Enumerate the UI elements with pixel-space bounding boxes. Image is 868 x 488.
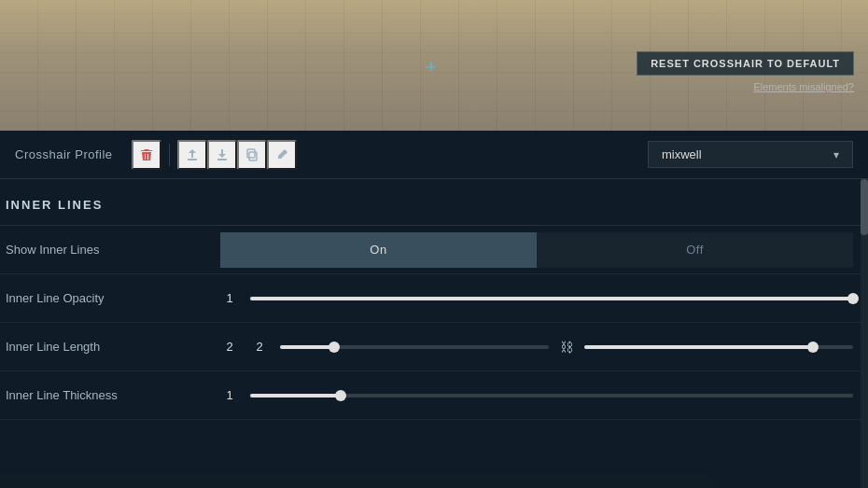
inner-line-length-label: Inner Line Length — [6, 340, 220, 354]
inner-line-thickness-controls: 1 — [220, 388, 853, 402]
elements-misaligned-link[interactable]: Elements misaligned? — [753, 81, 854, 92]
thickness-slider-fill — [250, 394, 341, 397]
profile-bar: Crosshair Profile — [0, 131, 868, 179]
toggle-group: On Off — [220, 232, 853, 268]
profile-bar-label: Crosshair Profile — [15, 147, 113, 161]
delete-profile-button[interactable] — [132, 140, 161, 170]
inner-line-thickness-row: Inner Line Thickness 1 — [0, 371, 861, 420]
chevron-down-icon: ▾ — [833, 148, 839, 161]
length-slider2-fill — [584, 345, 813, 349]
rename-profile-button[interactable] — [267, 140, 297, 170]
opacity-slider[interactable] — [250, 297, 853, 300]
profile-selector[interactable]: mixwell ▾ — [648, 141, 853, 168]
scrollbar[interactable] — [861, 179, 868, 488]
show-inner-lines-controls: On Off — [220, 232, 853, 268]
thickness-value: 1 — [220, 388, 239, 402]
opacity-slider-thumb[interactable] — [847, 293, 859, 304]
svg-rect-1 — [247, 149, 255, 158]
length-value2: 2 — [250, 340, 269, 354]
show-inner-lines-label: Show Inner Lines — [6, 243, 220, 257]
toolbar-divider — [169, 144, 170, 166]
length-slider-fill — [280, 345, 334, 349]
thickness-slider-thumb[interactable] — [335, 390, 346, 401]
profile-name: mixwell — [662, 147, 824, 161]
inner-lines-section-header: INNER LINES — [0, 198, 861, 226]
thickness-slider[interactable] — [250, 394, 853, 397]
toggle-on-button[interactable]: On — [220, 232, 537, 268]
opacity-value: 1 — [220, 291, 239, 305]
inner-line-opacity-row: Inner Line Opacity 1 — [0, 274, 861, 323]
show-inner-lines-row: Show Inner Lines On Off — [0, 226, 861, 274]
svg-rect-0 — [249, 152, 257, 160]
link-icon[interactable]: ⛓ — [560, 340, 573, 355]
top-right-controls: RESET CROSSHAIR TO DEFAULT Elements misa… — [637, 51, 854, 92]
inner-line-opacity-label: Inner Line Opacity — [6, 291, 220, 305]
download-profile-button[interactable] — [207, 140, 237, 170]
main-panel: Crosshair Profile — [0, 131, 868, 488]
length-slider-thumb[interactable] — [329, 342, 340, 353]
inner-line-thickness-label: Inner Line Thickness — [6, 388, 220, 402]
scroll-thumb[interactable] — [861, 179, 868, 235]
inner-line-opacity-controls: 1 — [220, 291, 853, 305]
upload-profile-button[interactable] — [177, 140, 207, 170]
length-slider[interactable] — [280, 345, 549, 349]
inner-line-length-row: Inner Line Length 2 2 ⛓ — [0, 323, 861, 371]
inner-line-length-controls: 2 2 ⛓ — [220, 340, 853, 355]
reset-crosshair-button[interactable]: RESET CROSSHAIR TO DEFAULT — [637, 51, 854, 76]
content-area: INNER LINES Show Inner Lines On Off Inne… — [0, 179, 861, 488]
length-slider2-thumb[interactable] — [807, 342, 819, 353]
opacity-slider-fill — [250, 297, 853, 300]
crosshair-preview — [426, 62, 437, 73]
copy-profile-button[interactable] — [237, 140, 267, 170]
toggle-off-button[interactable]: Off — [537, 232, 853, 268]
length-slider2[interactable] — [584, 345, 853, 349]
length-value1: 2 — [220, 340, 239, 354]
